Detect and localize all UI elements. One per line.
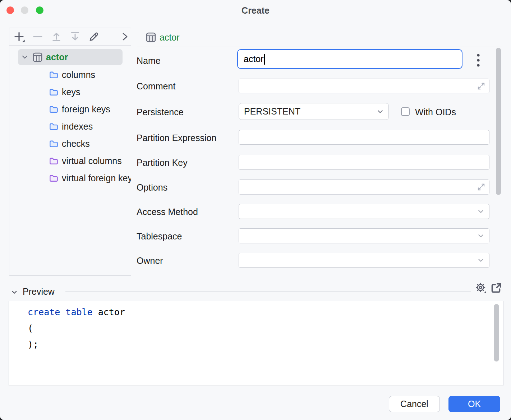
access-method-select[interactable] <box>239 204 489 219</box>
options-label: Options <box>137 182 167 193</box>
tree-item-keys[interactable]: keys <box>49 83 80 101</box>
code-line: ); <box>28 336 125 353</box>
preview-scrollbar[interactable] <box>494 304 499 361</box>
comment-label: Comment <box>137 81 175 92</box>
chevron-down-icon <box>20 53 29 61</box>
tree-item-label: virtual columns <box>62 156 122 166</box>
tree-item-virtual-columns[interactable]: virtual columns <box>49 152 122 169</box>
open-in-editor-button[interactable] <box>490 282 502 294</box>
persistence-select[interactable]: PERSISTENT <box>239 103 389 120</box>
add-button[interactable] <box>13 31 25 42</box>
chevron-down-icon <box>476 256 485 265</box>
editor-gutter-divider <box>16 301 16 386</box>
open-in-new-window-icon <box>490 282 502 294</box>
minus-icon <box>32 31 43 42</box>
tree-item-actor[interactable]: actor <box>20 48 68 66</box>
expand-toolbar-button[interactable] <box>119 31 130 42</box>
folder-icon <box>49 122 59 131</box>
arrow-up-bar-icon <box>51 31 62 42</box>
tree-item-columns[interactable]: columns <box>49 66 95 83</box>
tree-item-label: columns <box>62 70 95 80</box>
tree-item-label: foreign keys <box>62 104 110 115</box>
name-options-kebab-button[interactable] <box>473 52 484 68</box>
structure-panel: actor columns keys foreign keys indexes <box>9 28 131 276</box>
folder-icon <box>49 139 59 149</box>
folder-icon <box>49 173 59 183</box>
name-input[interactable]: actor <box>237 49 462 69</box>
window-title: Create <box>0 5 511 16</box>
move-down-button[interactable] <box>69 31 81 42</box>
gear-icon <box>474 281 487 294</box>
comment-input[interactable] <box>239 79 489 93</box>
partition-key-input[interactable] <box>239 155 489 170</box>
tree-item-checks[interactable]: checks <box>49 135 90 152</box>
create-dialog: Create <box>0 0 511 420</box>
tablespace-label: Tablespace <box>137 231 182 242</box>
folder-icon <box>49 104 59 114</box>
table-icon <box>146 32 156 43</box>
header-divider <box>137 47 502 47</box>
arrow-down-bar-icon <box>69 31 81 42</box>
sql-code: create table actor(); <box>28 304 125 353</box>
remove-button[interactable] <box>32 31 43 42</box>
partition-key-label: Partition Key <box>137 157 188 168</box>
with-oids-checkbox[interactable] <box>401 107 410 116</box>
code-line: ( <box>28 320 125 336</box>
chevron-down-icon <box>476 231 485 241</box>
tree-item-indexes[interactable]: indexes <box>49 118 93 135</box>
expand-field-icon[interactable] <box>476 182 486 192</box>
partition-expression-input[interactable] <box>239 130 489 145</box>
partition-expression-label: Partition Expression <box>137 132 216 143</box>
owner-label: Owner <box>137 255 163 266</box>
chevron-right-icon <box>119 31 130 42</box>
chevron-down-icon <box>476 207 485 216</box>
preview-settings-button[interactable] <box>474 281 487 294</box>
folder-icon <box>49 70 59 80</box>
code-line: create table actor <box>28 304 125 320</box>
table-icon <box>32 52 43 62</box>
preview-separator-line <box>65 291 471 292</box>
tree-item-virtual-foreign-keys[interactable]: virtual foreign keys <box>49 169 131 187</box>
pencil-icon <box>88 31 100 42</box>
plus-icon <box>13 31 25 42</box>
tree-item-label: checks <box>62 139 90 149</box>
tree-item-foreign-keys[interactable]: foreign keys <box>49 101 110 118</box>
with-oids-label: With OIDs <box>415 107 456 117</box>
move-up-button[interactable] <box>51 31 62 42</box>
edit-button[interactable] <box>88 31 100 42</box>
form-scrollbar[interactable] <box>496 48 501 195</box>
preview-section-title[interactable]: Preview <box>23 286 55 297</box>
options-input[interactable] <box>239 179 489 195</box>
persistence-label: Persistence <box>137 107 184 117</box>
sql-preview-editor[interactable]: create table actor(); <box>9 301 503 386</box>
name-label: Name <box>137 55 161 66</box>
ok-button[interactable]: OK <box>448 396 500 412</box>
preview-collapse-chevron-icon[interactable] <box>10 288 18 296</box>
owner-select[interactable] <box>239 253 489 268</box>
tree-item-label: indexes <box>62 121 93 132</box>
text-caret <box>264 54 265 65</box>
access-method-label: Access Method <box>137 206 198 217</box>
persistence-value: PERSISTENT <box>239 103 388 119</box>
structure-toolbar <box>9 28 131 46</box>
folder-icon <box>49 156 59 166</box>
cancel-button[interactable]: Cancel <box>389 396 440 412</box>
tree-item-label: actor <box>46 52 68 62</box>
form-header-title: actor <box>160 32 180 43</box>
tree-item-label: virtual foreign keys <box>62 173 131 183</box>
folder-icon <box>49 87 59 97</box>
tablespace-select[interactable] <box>239 228 489 243</box>
chevron-down-icon <box>376 107 385 116</box>
name-input-value: actor <box>244 54 264 64</box>
tree-item-label: keys <box>62 87 80 97</box>
kebab-menu-icon <box>473 52 484 68</box>
expand-field-icon[interactable] <box>476 81 486 91</box>
